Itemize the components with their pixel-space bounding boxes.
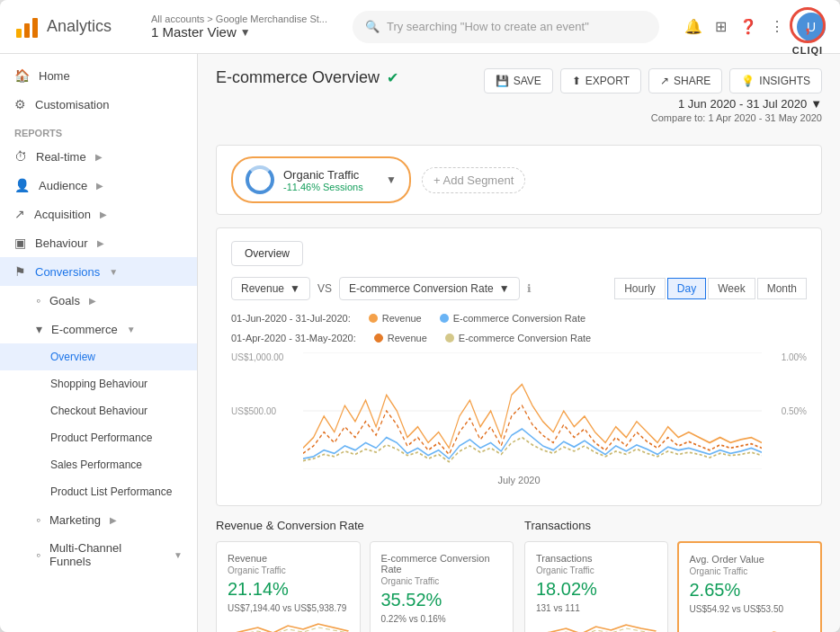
conversions-icon: ⚑ bbox=[14, 264, 26, 279]
metrics-section: Revenue & Conversion Rate Revenue Organi… bbox=[216, 519, 822, 632]
revenue-sparkline bbox=[228, 619, 349, 632]
chevron-down-icon: ▼ bbox=[240, 26, 251, 39]
svg-rect-1 bbox=[24, 23, 30, 38]
acquisition-icon: ↗ bbox=[14, 207, 25, 221]
hourly-button[interactable]: Hourly bbox=[614, 278, 666, 299]
marketing-icon: ◦ bbox=[36, 512, 40, 527]
chart-legend2: 01-Apr-2020 - 31-May-2020: Revenue E-com… bbox=[231, 333, 807, 343]
svg-rect-2 bbox=[32, 18, 38, 38]
expand-icon: ▶ bbox=[96, 181, 103, 191]
search-icon: 🔍 bbox=[365, 20, 380, 33]
metric1-select[interactable]: Revenue ▼ bbox=[231, 277, 310, 300]
sidebar-item-checkout-behaviour[interactable]: Checkout Behaviour bbox=[0, 397, 197, 424]
save-icon: 💾 bbox=[496, 75, 509, 87]
ecommerce-icon: ▾ bbox=[36, 322, 42, 336]
home-icon: 🏠 bbox=[14, 68, 30, 83]
sidebar-item-overview[interactable]: Overview bbox=[0, 343, 197, 370]
filter-row: Revenue ▼ VS E-commerce Conversion Rate … bbox=[231, 277, 807, 300]
expand-icon: ▶ bbox=[89, 296, 96, 306]
master-view[interactable]: 1 Master View ▼ bbox=[151, 24, 327, 40]
sidebar-item-behaviour[interactable]: ▣ Behaviour ▶ bbox=[0, 228, 197, 257]
share-icon: ↗ bbox=[660, 75, 669, 87]
expand-icon: ▶ bbox=[95, 152, 103, 162]
segment-row: Organic Traffic -11.46% Sessions ▼ + Add… bbox=[231, 156, 807, 203]
content-area: E-commerce Overview ✔ 💾 SAVE ⬆ EXPORT bbox=[198, 54, 840, 632]
legend-dot-revenue1 bbox=[369, 314, 378, 323]
sidebar-item-home[interactable]: 🏠 Home bbox=[0, 61, 197, 90]
legend-item-revenue2: Revenue bbox=[374, 333, 427, 343]
customisation-icon: ⚙ bbox=[14, 97, 26, 111]
month-button[interactable]: Month bbox=[757, 278, 807, 299]
legend-period1: 01-Jun-2020 - 31-Jul-2020: bbox=[231, 313, 351, 324]
conversion-rate-card: E-commerce Conversion Rate Organic Traff… bbox=[370, 541, 514, 632]
transactions-card: Transactions Organic Traffic 18.02% 131 … bbox=[524, 541, 668, 632]
save-button[interactable]: 💾 SAVE bbox=[484, 68, 553, 93]
sidebar-item-sales-performance[interactable]: Sales Performance bbox=[0, 451, 197, 478]
sidebar-item-goals[interactable]: ◦ Goals ▶ bbox=[0, 286, 197, 315]
expand-icon: ▶ bbox=[100, 209, 107, 219]
export-button[interactable]: ⬆ EXPORT bbox=[560, 68, 641, 93]
overview-tab[interactable]: Overview bbox=[231, 241, 303, 266]
x-axis-center-label: July 2020 bbox=[497, 475, 540, 485]
legend-dot-revenue2 bbox=[374, 334, 383, 343]
insights-icon: 💡 bbox=[741, 75, 755, 87]
multichannel-icon: ◦ bbox=[36, 547, 40, 562]
metric2-select[interactable]: E-commerce Conversion Rate ▼ bbox=[339, 277, 520, 300]
sidebar-item-customisation[interactable]: ⚙ Customisation bbox=[0, 90, 197, 119]
transactions-metrics-group: Transactions Transactions Organic Traffi… bbox=[524, 519, 822, 632]
goals-icon: ◦ bbox=[36, 293, 40, 307]
date-range[interactable]: 1 Jun 2020 - 31 Jul 2020 ▼ bbox=[651, 97, 822, 111]
legend-item-cr2: E-commerce Conversion Rate bbox=[445, 333, 591, 343]
audience-icon: 👤 bbox=[14, 178, 30, 192]
y-axis-right-mid-label: 0.50% bbox=[782, 406, 807, 416]
sidebar-item-product-list-performance[interactable]: Product List Performance bbox=[0, 478, 197, 505]
analytics-title: Analytics bbox=[47, 17, 112, 36]
segment-chip[interactable]: Organic Traffic -11.46% Sessions ▼ bbox=[231, 156, 411, 203]
more-icon[interactable]: ⋮ bbox=[770, 18, 784, 35]
insights-button[interactable]: 💡 INSIGHTS bbox=[729, 68, 822, 93]
sidebar-item-conversions[interactable]: ⚑ Conversions ▼ bbox=[0, 257, 197, 286]
date-selector: 1 Jun 2020 - 31 Jul 2020 ▼ Compare to: 1… bbox=[651, 97, 822, 123]
expand-icon: ▼ bbox=[109, 267, 118, 277]
top-bar: Analytics All accounts > Google Merchand… bbox=[0, 0, 840, 54]
overview-header: Overview bbox=[231, 241, 807, 266]
segment-info: Organic Traffic -11.46% Sessions bbox=[283, 168, 363, 192]
sidebar-item-shopping-behaviour[interactable]: Shopping Behaviour bbox=[0, 370, 197, 397]
chart-area: US$1,000.00 US$500.00 1.00% 0.50% bbox=[231, 352, 807, 469]
realtime-icon: ⏱ bbox=[14, 149, 27, 164]
sidebar-item-audience[interactable]: 👤 Audience ▶ bbox=[0, 171, 197, 200]
legend-period2: 01-Apr-2020 - 31-May-2020: bbox=[231, 333, 356, 343]
y-axis-mid-label: US$500.00 bbox=[231, 406, 276, 416]
search-placeholder: Try searching "How to create an event" bbox=[387, 20, 589, 33]
legend-dot-cr2 bbox=[445, 334, 454, 343]
expand-icon: ▶ bbox=[110, 515, 117, 525]
analytics-icon bbox=[14, 14, 40, 40]
info-icon[interactable]: ℹ bbox=[527, 282, 532, 295]
logo-area: Analytics bbox=[14, 14, 140, 40]
week-button[interactable]: Week bbox=[708, 278, 755, 299]
day-button[interactable]: Day bbox=[667, 278, 706, 299]
segment-donut bbox=[246, 165, 274, 194]
segment-area: Organic Traffic -11.46% Sessions ▼ + Add… bbox=[216, 145, 822, 215]
overview-section: Overview Revenue ▼ VS E-commerce Convers… bbox=[216, 227, 822, 506]
sidebar-item-acquisition[interactable]: ↗ Acquisition ▶ bbox=[0, 200, 197, 228]
help-icon[interactable]: ❓ bbox=[739, 18, 757, 35]
main-layout: 🏠 Home ⚙ Customisation REPORTS ⏱ Real-ti… bbox=[0, 54, 840, 632]
reports-section-header: REPORTS bbox=[0, 119, 197, 142]
behaviour-icon: ▣ bbox=[14, 236, 26, 250]
search-bar[interactable]: 🔍 Try searching "How to create an event" bbox=[353, 11, 659, 43]
add-segment-button[interactable]: + Add Segment bbox=[422, 167, 525, 193]
sidebar-item-product-performance[interactable]: Product Performance bbox=[0, 424, 197, 451]
bell-icon[interactable]: 🔔 bbox=[684, 18, 702, 35]
sidebar-item-marketing[interactable]: ◦ Marketing ▶ bbox=[0, 505, 197, 534]
sidebar-item-realtime[interactable]: ⏱ Real-time ▶ bbox=[0, 142, 197, 171]
share-button[interactable]: ↗ SHARE bbox=[648, 68, 722, 93]
expand-icon: ▶ bbox=[97, 238, 104, 248]
sidebar-item-multichannel[interactable]: ◦ Multi-Channel Funnels ▼ bbox=[0, 534, 197, 575]
grid-icon[interactable]: ⊞ bbox=[715, 18, 727, 35]
expand-icon: ▼ bbox=[174, 550, 183, 560]
sidebar-item-ecommerce[interactable]: ▾ E-commerce ▼ bbox=[0, 315, 197, 343]
header-actions: 💾 SAVE ⬆ EXPORT ↗ SHARE 💡 bbox=[484, 68, 822, 93]
avg-order-sparkline bbox=[690, 619, 810, 632]
chevron-down-icon: ▼ bbox=[386, 174, 397, 186]
